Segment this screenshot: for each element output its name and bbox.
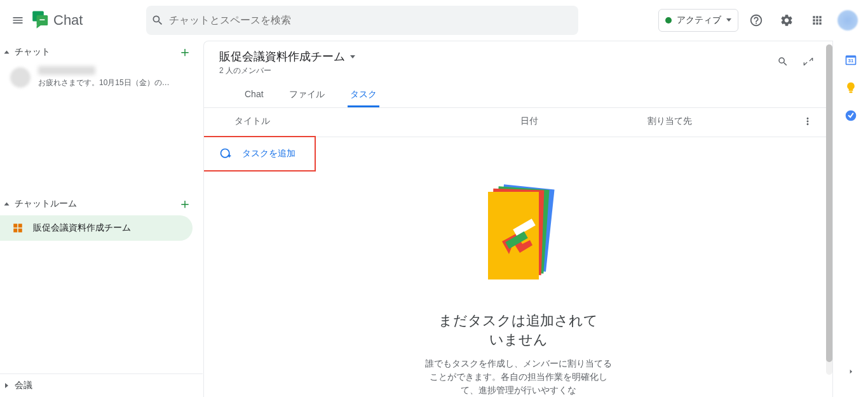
add-task-button[interactable]: タスクを追加	[203, 136, 316, 172]
svg-rect-3	[13, 224, 17, 227]
task-columns-header: タイトル 日付 割り当て先	[204, 107, 832, 137]
tab-chat[interactable]: Chat	[242, 84, 266, 107]
tasks-icon[interactable]	[844, 109, 857, 122]
sidebar: チャット ＋ お疲れさまです。10月15日（金）の… チャットルーム ＋	[0, 41, 203, 397]
tab-files[interactable]: ファイル	[287, 84, 327, 107]
sidebar-section-meetings[interactable]: 会議	[0, 374, 203, 397]
sidebar-section-chat[interactable]: チャット ＋	[0, 41, 203, 64]
room-item-label: 販促会議資料作成チーム	[33, 222, 131, 234]
empty-state-illustration	[474, 184, 563, 299]
expand-arrow-icon	[5, 383, 8, 388]
side-panel: 31	[832, 41, 868, 397]
empty-description: 誰でもタスクを作成し、メンバーに割り当てることができます。各自の担当作業を明確化…	[423, 357, 614, 397]
col-title: タイトル	[234, 116, 520, 129]
room-icon	[10, 220, 25, 236]
settings-icon[interactable]	[774, 8, 799, 33]
user-avatar[interactable]	[837, 10, 858, 30]
search-input[interactable]	[169, 15, 573, 26]
panel-expand-icon[interactable]	[838, 359, 864, 384]
col-assignee: 割り当て先	[648, 116, 802, 129]
room-subtitle: 2 人のメンバー	[219, 65, 817, 76]
svg-rect-4	[18, 224, 22, 227]
status-selector[interactable]: アクティブ	[658, 9, 738, 32]
sidebar-meetings-label: 会議	[15, 380, 32, 391]
sidebar-rooms-label: チャットルーム	[15, 198, 77, 210]
status-label: アクティブ	[677, 15, 721, 26]
room-caret-icon[interactable]	[350, 55, 355, 58]
sidebar-chat-label: チャット	[15, 46, 50, 58]
chat-preview: お疲れさまです。10月15日（金）の…	[38, 77, 193, 88]
help-icon[interactable]	[743, 8, 769, 33]
tab-tasks[interactable]: タスク	[348, 84, 379, 107]
logo-text: Chat	[53, 12, 83, 29]
room-item-active[interactable]: 販促会議資料作成チーム	[0, 215, 193, 241]
add-chat-icon[interactable]: ＋	[177, 44, 193, 60]
add-task-icon	[219, 147, 232, 160]
svg-rect-2	[39, 19, 44, 20]
apps-icon[interactable]	[804, 8, 830, 33]
col-more-icon[interactable]	[802, 116, 817, 129]
menu-icon[interactable]	[5, 8, 31, 33]
svg-rect-6	[18, 229, 22, 232]
collapse-fullscreen-icon[interactable]	[799, 53, 817, 71]
main-content: 販促会議資料作成チーム 2 人のメンバー Chat ファイル タスク	[203, 41, 832, 397]
logo[interactable]: Chat	[31, 10, 83, 30]
chat-name-redacted	[38, 66, 95, 75]
scrollbar[interactable]	[826, 44, 832, 375]
header: Chat アクティブ	[0, 0, 868, 41]
chat-logo-icon	[31, 10, 51, 30]
header-right: アクティブ	[658, 8, 863, 33]
search-bar[interactable]	[146, 6, 578, 35]
chat-item[interactable]: お疲れさまです。10月15日（金）の…	[0, 64, 203, 91]
collapse-arrow-icon	[4, 203, 10, 206]
tabs: Chat ファイル タスク	[242, 84, 817, 107]
svg-rect-17	[849, 91, 852, 93]
add-room-icon[interactable]: ＋	[177, 196, 193, 212]
svg-rect-5	[13, 229, 17, 232]
scrollbar-thumb[interactable]	[826, 44, 832, 362]
chat-avatar	[10, 67, 31, 88]
sidebar-section-rooms[interactable]: チャットルーム ＋	[0, 192, 203, 215]
svg-text:31: 31	[848, 58, 853, 64]
keep-icon[interactable]	[844, 81, 857, 94]
room-title: 販促会議資料作成チーム	[219, 49, 345, 64]
collapse-arrow-icon	[4, 51, 10, 54]
search-in-room-icon[interactable]	[774, 53, 792, 71]
caret-down-icon	[726, 18, 731, 22]
add-task-label: タスクを追加	[242, 148, 295, 159]
empty-title: まだタスクは追加されていません	[436, 311, 601, 349]
room-header: 販促会議資料作成チーム 2 人のメンバー Chat ファイル タスク	[204, 41, 832, 107]
col-date: 日付	[520, 116, 648, 129]
empty-state: まだタスクは追加されていません 誰でもタスクを作成し、メンバーに割り当てることが…	[204, 172, 832, 397]
calendar-icon[interactable]: 31	[844, 53, 857, 66]
status-dot-icon	[665, 17, 672, 24]
search-icon	[151, 14, 164, 27]
